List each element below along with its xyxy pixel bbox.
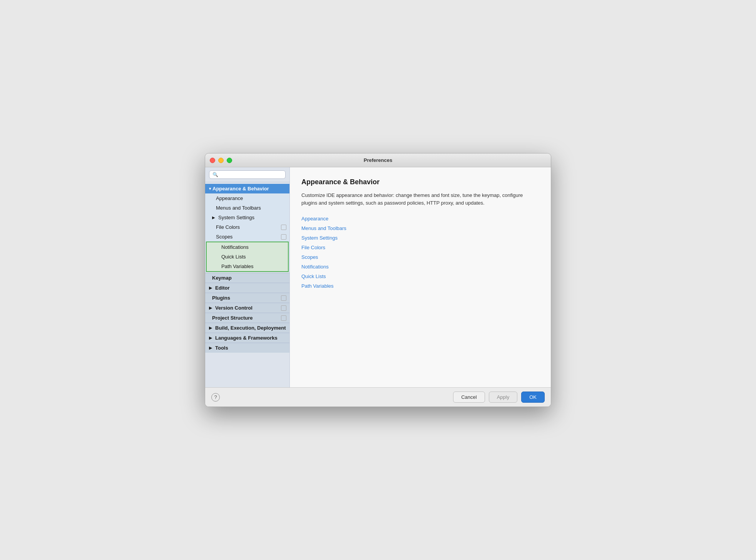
main-content: 🔍 ▾ Appearance & Behavior Appearance: [205, 167, 551, 387]
search-input[interactable]: [220, 172, 282, 177]
sidebar-item-system-settings[interactable]: ▶ System Settings: [205, 213, 289, 222]
chevron-right-icon-tools: ▶: [209, 346, 212, 350]
vc-badge: [281, 305, 286, 311]
sidebar-item-menus-toolbars[interactable]: Menus and Toolbars: [205, 203, 289, 213]
sidebar-item-languages-frameworks[interactable]: ▶ Languages & Frameworks: [205, 333, 289, 343]
chevron-right-icon-build: ▶: [209, 326, 212, 330]
green-border-section: Notifications Quick Lists Path Variables: [206, 242, 289, 272]
sidebar: 🔍 ▾ Appearance & Behavior Appearance: [205, 167, 290, 387]
link-system-settings[interactable]: System Settings: [301, 235, 539, 241]
sidebar-item-tools[interactable]: ▶ Tools: [205, 343, 289, 353]
chevron-right-icon-editor: ▶: [209, 286, 212, 290]
link-file-colors[interactable]: File Colors: [301, 245, 539, 250]
titlebar: Preferences: [205, 153, 551, 167]
content-main: Appearance & Behavior Customize IDE appe…: [290, 167, 551, 387]
apply-button[interactable]: Apply: [489, 392, 518, 403]
sidebar-item-build-execution[interactable]: ▶ Build, Execution, Deployment: [205, 323, 289, 333]
chevron-down-icon: ▾: [209, 187, 211, 191]
sidebar-item-plugins[interactable]: Plugins: [205, 293, 289, 303]
search-icon: 🔍: [212, 172, 218, 177]
link-appearance[interactable]: Appearance: [301, 216, 539, 222]
cancel-button[interactable]: Cancel: [453, 392, 485, 403]
sidebar-item-appearance[interactable]: Appearance: [205, 193, 289, 203]
nav-tree: ▾ Appearance & Behavior Appearance Menus…: [205, 182, 289, 387]
content-links: Appearance Menus and Toolbars System Set…: [301, 216, 539, 289]
sidebar-item-editor[interactable]: ▶ Editor: [205, 283, 289, 293]
search-bar: 🔍: [205, 167, 289, 182]
link-notifications[interactable]: Notifications: [301, 264, 539, 270]
project-structure-badge: [281, 315, 286, 321]
traffic-lights: [210, 158, 232, 163]
link-quick-lists[interactable]: Quick Lists: [301, 273, 539, 279]
sidebar-item-project-structure[interactable]: Project Structure: [205, 313, 289, 323]
sidebar-item-notifications[interactable]: Notifications: [207, 242, 288, 252]
link-path-variables[interactable]: Path Variables: [301, 283, 539, 289]
content-title: Appearance & Behavior: [301, 178, 539, 186]
sidebar-item-keymap[interactable]: Keymap: [205, 273, 289, 283]
appearance-behavior-children: Appearance Menus and Toolbars ▶ System S…: [205, 193, 289, 272]
plugins-badge: [281, 295, 286, 301]
sidebar-item-scopes[interactable]: Scopes: [205, 232, 289, 242]
sidebar-item-appearance-behavior[interactable]: ▾ Appearance & Behavior: [205, 184, 289, 193]
sidebar-item-path-variables[interactable]: Path Variables: [207, 262, 288, 271]
maximize-button[interactable]: [227, 158, 232, 163]
chevron-right-icon-languages: ▶: [209, 336, 212, 340]
bottom-bar: ? Cancel Apply OK: [205, 387, 551, 407]
minimize-button[interactable]: [218, 158, 224, 163]
link-menus-toolbars[interactable]: Menus and Toolbars: [301, 225, 539, 231]
chevron-right-icon-vc: ▶: [209, 306, 212, 310]
scopes-badge: [281, 234, 286, 240]
link-scopes[interactable]: Scopes: [301, 254, 539, 260]
content-area: Appearance & Behavior Customize IDE appe…: [290, 167, 551, 387]
content-description: Customize IDE appearance and behavior: c…: [301, 192, 539, 207]
sidebar-item-quick-lists[interactable]: Quick Lists: [207, 252, 288, 262]
chevron-right-icon: ▶: [212, 215, 215, 220]
sidebar-section-label: Appearance & Behavior: [212, 186, 269, 192]
close-button[interactable]: [210, 158, 215, 163]
help-button[interactable]: ?: [211, 393, 220, 402]
window-title: Preferences: [364, 157, 392, 163]
search-wrapper[interactable]: 🔍: [209, 170, 286, 179]
sidebar-item-file-colors[interactable]: File Colors: [205, 222, 289, 232]
preferences-window: Preferences 🔍 ▾ Appearance & Behavior: [205, 153, 551, 407]
sidebar-item-version-control[interactable]: ▶ Version Control: [205, 303, 289, 313]
ok-button[interactable]: OK: [521, 392, 545, 403]
file-colors-badge: [281, 225, 286, 230]
